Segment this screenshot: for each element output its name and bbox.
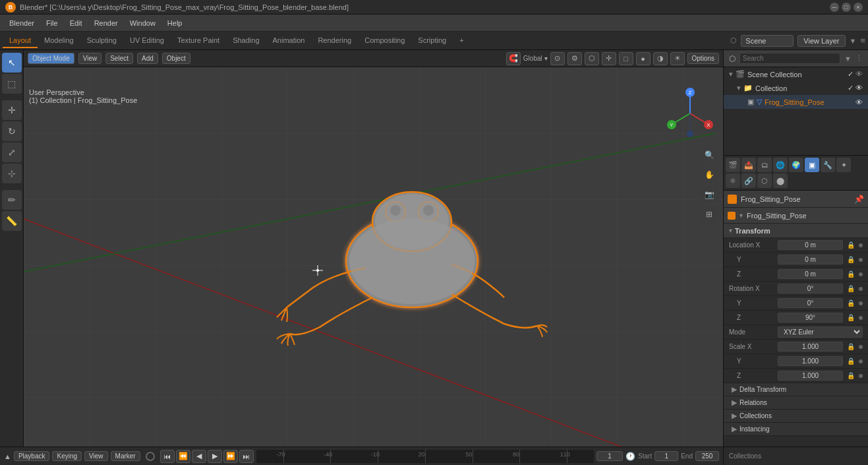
tab-modeling[interactable]: Modeling bbox=[38, 34, 80, 48]
scale-y-lock-icon[interactable]: 🔒 bbox=[847, 357, 855, 365]
scale-y-keyframe-dot[interactable] bbox=[859, 359, 863, 363]
tab-sculpting[interactable]: Sculpting bbox=[80, 34, 123, 48]
measure-tool-button[interactable]: 📏 bbox=[2, 211, 22, 231]
pan-icon[interactable]: ✋ bbox=[701, 166, 718, 183]
location-z-value[interactable]: 0 m bbox=[778, 269, 843, 279]
playback-button[interactable]: Playback bbox=[14, 451, 50, 461]
frog-eye-icon[interactable]: 👁 bbox=[855, 98, 863, 106]
add-menu-button[interactable]: Add bbox=[137, 53, 158, 64]
move-tool-button[interactable]: ✛ bbox=[2, 100, 22, 120]
rotation-y-value[interactable]: 0° bbox=[778, 298, 843, 308]
scene-collection-row[interactable]: ▾ 🎬 Scene Collection ✓ 👁 bbox=[724, 67, 868, 81]
viewport[interactable]: Object Mode View Select Add Object 🧲 Glo… bbox=[24, 50, 723, 447]
keying-button[interactable]: Keying bbox=[52, 451, 82, 461]
viewport-gizmo[interactable]: Z X Y bbox=[664, 87, 716, 140]
view-layer-button[interactable]: View Layer bbox=[797, 35, 845, 47]
step-back-button[interactable]: ⏪ bbox=[176, 450, 190, 463]
tab-compositing[interactable]: Compositing bbox=[358, 34, 411, 48]
collection-eye-icon[interactable]: 👁 bbox=[855, 84, 863, 92]
outliner-search-input[interactable] bbox=[739, 53, 840, 64]
current-frame-input[interactable] bbox=[596, 451, 623, 461]
frog-object-row[interactable]: ▣ ▽ Frog_Sitting_Pose 👁 bbox=[724, 95, 868, 109]
scale-x-keyframe-dot[interactable] bbox=[859, 345, 863, 349]
proportional-editing-icon[interactable]: ⊙ bbox=[550, 52, 565, 65]
scale-x-lock-icon[interactable]: 🔒 bbox=[847, 343, 855, 350]
marker-button[interactable]: Marker bbox=[111, 451, 140, 461]
outliner-filter-icon[interactable]: ▼ bbox=[844, 55, 852, 63]
prop-tab-world[interactable]: 🌍 bbox=[789, 158, 803, 172]
snap-icon[interactable]: 🧲 bbox=[506, 52, 521, 65]
location-y-lock-icon[interactable]: 🔒 bbox=[847, 256, 855, 263]
start-frame-input[interactable] bbox=[654, 451, 678, 461]
view-button[interactable]: View bbox=[84, 451, 108, 461]
annotate-tool-button[interactable]: ✏ bbox=[2, 190, 22, 210]
collection-row[interactable]: ▾ 📁 Collection ✓ 👁 bbox=[724, 81, 868, 95]
prop-tab-physics[interactable]: ⚛ bbox=[726, 173, 740, 188]
relations-header[interactable]: ▶ Relations bbox=[724, 396, 868, 410]
object-dropdown[interactable]: ▾ Frog_Sitting_Pose bbox=[724, 208, 868, 224]
tab-texture-paint[interactable]: Texture Paint bbox=[171, 34, 226, 48]
prop-tab-constraints[interactable]: 🔗 bbox=[741, 173, 756, 188]
object-mode-button[interactable]: Object Mode bbox=[28, 53, 74, 64]
select-box-tool-button[interactable]: ⬚ bbox=[2, 74, 22, 94]
view-menu-button[interactable]: View bbox=[78, 53, 102, 64]
scale-z-lock-icon[interactable]: 🔒 bbox=[847, 372, 855, 379]
material-shading-icon[interactable]: ◑ bbox=[653, 52, 668, 65]
rotation-z-keyframe-dot[interactable] bbox=[859, 316, 863, 320]
object-menu-button[interactable]: Object bbox=[162, 53, 190, 64]
menu-file[interactable]: File bbox=[41, 18, 63, 28]
rotation-mode-select[interactable]: XYZ Euler bbox=[778, 326, 863, 338]
tab-animation[interactable]: Animation bbox=[266, 34, 312, 48]
gizmo-icon[interactable]: ✛ bbox=[602, 52, 616, 65]
zoom-icon[interactable]: 🔍 bbox=[701, 146, 718, 164]
collection-check-icon[interactable]: ✓ bbox=[848, 84, 854, 92]
scene-collection-eye-icon[interactable]: 👁 bbox=[855, 70, 863, 78]
prop-tab-modifier[interactable]: 🔧 bbox=[821, 158, 835, 172]
scene-name-input[interactable] bbox=[741, 35, 794, 47]
transform-section-header[interactable]: ▾ Transform bbox=[724, 224, 868, 238]
location-z-keyframe-dot[interactable] bbox=[859, 272, 863, 276]
timeline-area[interactable]: -70 -40 -10 20 50 80 110 bbox=[256, 450, 594, 463]
menu-edit[interactable]: Edit bbox=[65, 18, 88, 28]
prop-tab-view-layer[interactable]: 🗂 bbox=[757, 158, 772, 172]
instancing-header[interactable]: ▶ Instancing bbox=[724, 423, 868, 436]
select-menu-button[interactable]: Select bbox=[105, 53, 133, 64]
play-reverse-button[interactable]: ◀ bbox=[192, 450, 206, 463]
rotation-x-keyframe-dot[interactable] bbox=[859, 287, 863, 291]
tab-shading[interactable]: Shading bbox=[226, 34, 266, 48]
close-button[interactable]: × bbox=[854, 3, 863, 12]
menu-blender[interactable]: Blender bbox=[4, 18, 40, 28]
jump-to-end-button[interactable]: ⏭ bbox=[239, 450, 254, 463]
location-x-lock-icon[interactable]: 🔒 bbox=[847, 241, 855, 249]
jump-to-start-button[interactable]: ⏮ bbox=[160, 450, 175, 463]
location-z-lock-icon[interactable]: 🔒 bbox=[847, 270, 855, 278]
camera-toggle-icon[interactable]: 📷 bbox=[701, 186, 718, 203]
tab-layout[interactable]: Layout bbox=[3, 34, 38, 48]
prop-tab-scene[interactable]: 🌐 bbox=[773, 158, 788, 172]
location-x-keyframe-dot[interactable] bbox=[859, 243, 863, 247]
scale-x-value[interactable]: 1.000 bbox=[778, 342, 843, 352]
snap-settings-icon[interactable]: ⚙ bbox=[567, 52, 582, 65]
timeline-collapse-icon[interactable]: ▲ bbox=[4, 452, 11, 460]
rotation-z-lock-icon[interactable]: 🔒 bbox=[847, 314, 855, 321]
menu-window[interactable]: Window bbox=[125, 18, 161, 28]
transform-tool-button[interactable]: ⊹ bbox=[2, 164, 22, 183]
rotation-y-keyframe-dot[interactable] bbox=[859, 301, 863, 305]
menu-help[interactable]: Help bbox=[162, 18, 188, 28]
record-button[interactable] bbox=[146, 452, 155, 461]
location-y-keyframe-dot[interactable] bbox=[859, 258, 863, 262]
tab-uv-editing[interactable]: UV Editing bbox=[123, 34, 171, 48]
play-button[interactable]: ▶ bbox=[208, 450, 222, 463]
scale-y-value[interactable]: 1.000 bbox=[778, 356, 843, 366]
scale-z-keyframe-dot[interactable] bbox=[859, 374, 863, 378]
tab-rendering[interactable]: Rendering bbox=[311, 34, 358, 48]
maximize-button[interactable]: □ bbox=[842, 3, 851, 12]
rotation-x-lock-icon[interactable]: 🔒 bbox=[847, 285, 855, 292]
view-icon[interactable]: ⊞ bbox=[701, 206, 718, 223]
outliner-settings-icon[interactable]: ⋮ bbox=[855, 54, 863, 63]
overlay-icon[interactable]: ⬡ bbox=[585, 52, 599, 65]
wireframe-shading-icon[interactable]: □ bbox=[619, 52, 633, 65]
minimize-button[interactable]: ─ bbox=[830, 3, 839, 12]
menu-render[interactable]: Render bbox=[89, 18, 123, 28]
scale-tool-button[interactable]: ⤢ bbox=[2, 142, 22, 162]
